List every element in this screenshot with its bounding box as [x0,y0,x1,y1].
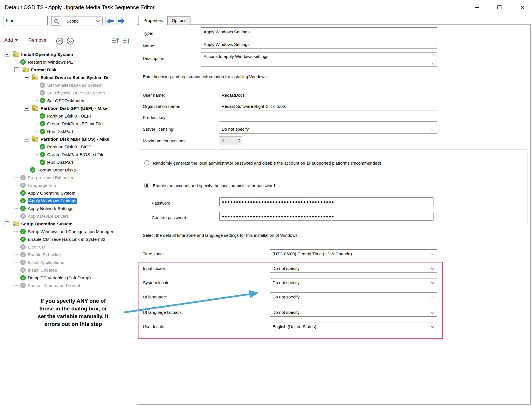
move-up-button[interactable] [56,38,63,45]
tree-item[interactable]: Partition Disk MBR (BIOS) - Mike [1,135,132,143]
maximize-button[interactable] [495,3,504,12]
tree-item[interactable]: Format Disk [1,66,132,74]
tree-connector [34,124,38,124]
step-disabled-check-icon [20,252,26,257]
tree-item[interactable]: Run DiskPart [1,158,132,166]
server-licensing-dropdown[interactable]: Do not specify [219,125,437,134]
tree-item[interactable]: Pre-provision BitLocker [1,174,132,181]
ui-language-fallback-dropdown[interactable]: Do not specify [270,308,437,317]
expander-minus-icon[interactable] [24,106,29,111]
tree-item[interactable]: Enable CMTrace HardLink in System32 [1,235,132,243]
spinner-buttons[interactable] [236,137,242,145]
step-check-icon [40,159,45,165]
find-input[interactable] [3,16,48,25]
tab-options[interactable]: Options [168,16,190,25]
tree-item[interactable]: Install Applications [1,258,132,266]
radio-random-password-label: Randomly generate the local administrato… [153,161,381,165]
system-locale-dropdown[interactable]: Do not specify [270,278,437,287]
radio-enable-account[interactable] [144,183,149,188]
chevron-down-icon [431,310,434,314]
tree-item[interactable]: Install Updates [1,266,132,274]
step-check-icon [20,229,26,234]
tree-item[interactable]: Set SmallestDisk as System [1,81,132,89]
name-field[interactable]: Apply Windows Settings [201,40,437,49]
tree-item[interactable]: Install Operating System [1,51,132,58]
expander-minus-icon[interactable] [5,52,9,57]
navigate-forward-button[interactable] [117,17,126,25]
tree-item[interactable]: Set Physical Drive as System [1,89,132,97]
product-key-field[interactable] [219,113,437,122]
tree-item[interactable]: Enable BitLocker [1,251,132,258]
spin-down-icon [238,142,240,143]
tree-item[interactable]: Setup Operating System [1,220,132,228]
minimize-icon [475,7,479,8]
user-locale-dropdown[interactable]: English (United States) [270,322,437,331]
collapse-all-button[interactable] [123,37,131,46]
window-title: Default OSD TS - Apply Upgrade Media Tas… [5,4,154,11]
tree-item[interactable]: Setup Windows and Configuration Manager [1,228,132,235]
tree-item[interactable]: Pause - Command Prompt [1,282,132,289]
remove-button[interactable]: Remove [28,37,46,43]
scope-dropdown[interactable]: Scope [64,17,103,25]
search-button[interactable] [51,16,61,26]
radio-random-password[interactable] [144,160,149,165]
description-field[interactable]: Actions to apply Windows settings [201,52,437,67]
tree-item[interactable]: Apply Windows Settings [1,197,132,205]
password-field[interactable]: ●●●●●●●●●●●●●●●●●●●●●●●●●●●●●●●●●●●●●●●● [219,197,433,206]
tree-item-label: Partition Disk MBR (BIOS) - Mike [41,137,109,142]
scroll-up-icon[interactable] [432,54,435,57]
step-disabled-check-icon [20,244,26,250]
tree-item-label: Run DiskPart [47,129,73,134]
tree-item[interactable]: Dump TS Variables (SafeDump) [1,274,132,282]
max-connections-stepper[interactable]: 5 [219,136,242,145]
scroll-down-icon[interactable] [432,62,435,65]
tab-properties[interactable]: Properties [138,16,168,25]
tree-item[interactable]: Set OSDDiskIndex [1,97,132,104]
move-down-button[interactable] [67,38,74,45]
confirm-password-field[interactable]: ●●●●●●●●●●●●●●●●●●●●●●●●●●●●●●●●●●●●●●●● [219,212,433,221]
max-connections-label: Maximum connections: [143,138,186,143]
close-button[interactable]: × [518,3,527,12]
minimize-button[interactable] [472,3,481,12]
expander-minus-icon[interactable] [24,137,29,142]
navigate-back-button[interactable] [105,17,115,25]
expander-minus-icon[interactable] [14,67,19,72]
tree-item[interactable]: Create DiskPartUEFI txt File [1,120,132,128]
tree-item[interactable]: Run DiskPart [1,128,132,135]
tree-item-label: Install Operating System [21,52,73,57]
tree-item[interactable]: Language Info [1,181,132,189]
step-check-icon [40,129,45,134]
type-field[interactable]: Apply Windows Settings [201,27,437,36]
tree-item[interactable]: Apply Device Drivers [1,212,132,220]
radio-enable-account-label: Enable the account and specify the local… [153,183,275,188]
tree-item[interactable]: Create DiskPart BIOS txt File [1,151,132,158]
expand-all-button[interactable] [112,37,120,46]
step-check-icon [20,206,26,211]
input-locale-dropdown[interactable]: Do not specify [270,264,437,273]
step-check-icon [20,275,26,280]
maximize-icon [497,5,501,9]
tree-item[interactable]: Format Other Disks [1,166,132,174]
tree-item[interactable]: Apply Operating System [1,189,132,197]
step-check-icon [40,144,45,150]
input-locale-label: Input locale: [143,266,166,271]
tree-item[interactable]: Partition Disk GPT (UEFI) - Mike [1,104,132,112]
tree-item[interactable]: Select Drive to Set as System Dr [1,74,132,81]
tree-item[interactable]: Partition Disk 0 - UEFI [1,112,132,120]
expander-minus-icon[interactable] [5,221,9,226]
toolbar-divider [0,48,132,48]
tree-item[interactable]: Eject CD [1,243,132,251]
user-name-field[interactable]: RecastDocs [219,91,437,99]
tree-item[interactable]: Apply Network Settings [1,205,132,212]
tree-item[interactable]: Restart in Windows PE [1,58,132,66]
add-button[interactable]: Add [4,37,18,43]
arrow-right-icon [118,18,125,24]
expander-minus-icon[interactable] [24,75,29,80]
timezone-dropdown[interactable]: (UTC-06:00) Central Time (US & Canada) [270,249,437,258]
tree-item-label: Pause - Command Prompt [28,283,80,288]
ui-language-dropdown[interactable]: Do not specify [270,292,437,301]
organization-field[interactable]: Recast Software Right Click Tools [219,102,437,110]
annotation-text: If you specify ANY one of those in the d… [22,297,125,328]
licensing-intro: Enter licensing and registration informa… [143,74,268,79]
tree-item[interactable]: Partition Disk 0 - BIOS [1,143,132,151]
